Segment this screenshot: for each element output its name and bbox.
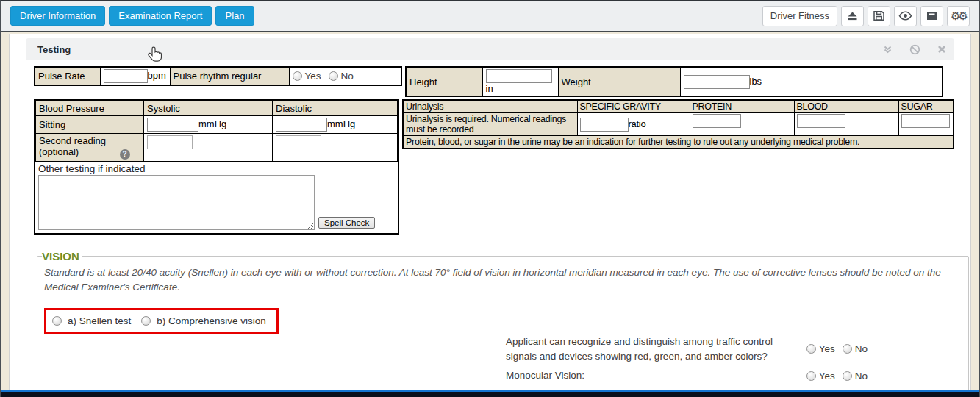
sugar-input[interactable] — [901, 114, 950, 128]
window-bottom-edge — [1, 392, 979, 397]
close-x-icon — [937, 45, 946, 54]
eject-button[interactable] — [841, 6, 864, 26]
toolbar-right-group: Driver Fitness — [762, 6, 970, 26]
specific-gravity-input[interactable] — [580, 118, 629, 132]
help-icon[interactable]: ? — [120, 149, 130, 160]
tab-plan[interactable]: Plan — [215, 6, 254, 26]
settings-button[interactable]: ⚙︎⚙︎ — [947, 6, 970, 26]
pulse-rhythm-label: Pulse rhythm regular — [170, 67, 289, 85]
disable-button[interactable] — [901, 38, 929, 60]
systolic-header: Systolic — [144, 101, 273, 116]
close-button[interactable] — [929, 38, 954, 60]
sitting-label: Sitting — [36, 116, 144, 134]
eject-icon — [846, 10, 859, 22]
collapse-button[interactable] — [875, 38, 901, 60]
content-card: Testing — [9, 34, 971, 390]
weight-label: Weight — [558, 67, 680, 96]
snellen-test-radio[interactable] — [52, 316, 62, 326]
protein-header: PROTEIN — [690, 100, 794, 113]
question-row-traffic-signals: Applicant can recognize and distinguish … — [506, 335, 875, 363]
second-reading-label: Second reading (optional) — [39, 135, 117, 157]
archive-button[interactable] — [920, 6, 943, 26]
weight-input[interactable] — [684, 75, 750, 89]
monocular-no-radio[interactable] — [843, 371, 852, 381]
no-label: No — [855, 343, 868, 354]
urinalysis-required-note: Urinalysis is required. Numerical readin… — [403, 113, 577, 136]
pulse-unit-label: bpm — [148, 70, 166, 81]
blood-header: BLOOD — [794, 100, 898, 113]
second-diastolic-input[interactable] — [276, 135, 321, 149]
urinalysis-footnote: Protein, blood, or sugar in the urine ma… — [403, 136, 954, 149]
pulse-rhythm-yes-radio[interactable] — [293, 71, 302, 81]
other-testing-section: Other testing if indicated Spell Check — [35, 162, 398, 233]
vitals-row: Pulse Rate bpm Pulse rhythm regular YesN… — [34, 66, 954, 97]
testing-panel: Testing — [26, 38, 954, 397]
question-row-monocular: Monocular Vision: YesNo — [506, 368, 875, 383]
pulse-rate-input[interactable] — [104, 69, 148, 83]
yes-label: Yes — [819, 343, 835, 354]
question-label: Applicant can recognize and distinguish … — [506, 335, 806, 363]
diastolic-unit-label: mmHg — [327, 118, 355, 129]
sitting-diastolic-input[interactable] — [276, 118, 327, 132]
traffic-signals-no-radio[interactable] — [843, 344, 852, 354]
testing-panel-header: Testing — [26, 38, 954, 60]
height-weight-table: Height in Weight lbs — [405, 66, 943, 97]
systolic-unit-label: mmHg — [198, 118, 226, 129]
vision-questions: Applicant can recognize and distinguish … — [506, 335, 875, 397]
protein-input[interactable] — [693, 114, 741, 128]
comprehensive-vision-label: b) Comprehensive vision — [157, 315, 266, 326]
vision-test-highlight-box: a) Snellen testb) Comprehensive vision — [44, 308, 279, 334]
save-button[interactable] — [868, 6, 890, 26]
tab-examination-report[interactable]: Examination Report — [109, 6, 212, 26]
pulse-rate-label: Pulse Rate — [35, 67, 100, 85]
spell-check-button[interactable]: Spell Check — [318, 217, 375, 229]
testing-panel-body: Pulse Rate bpm Pulse rhythm regular YesN… — [26, 60, 954, 397]
blood-pressure-title: Blood Pressure — [36, 101, 144, 116]
panel-title: Testing — [37, 44, 71, 55]
panel-header-icons — [875, 38, 954, 60]
comprehensive-vision-radio[interactable] — [141, 316, 151, 326]
monocular-yes-radio[interactable] — [806, 371, 816, 381]
pulse-rhythm-no-label: No — [341, 71, 354, 82]
chevron-double-down-icon — [883, 45, 893, 54]
other-testing-textarea[interactable] — [38, 175, 315, 230]
second-systolic-input[interactable] — [147, 135, 193, 149]
blood-pressure-table: Blood Pressure Systolic Diastolic Sittin… — [35, 101, 398, 162]
urinalysis-table: Urinalysis SPECIFIC GRAVITY PROTEIN BLOO… — [402, 99, 954, 149]
snellen-test-label: a) Snellen test — [68, 315, 131, 326]
specific-gravity-header: SPECIFIC GRAVITY — [577, 100, 690, 113]
vision-legend: VISION — [42, 250, 82, 262]
app-window: Driver Information Examination Report Pl… — [0, 0, 980, 397]
save-icon — [873, 10, 885, 22]
gears-icon: ⚙︎⚙︎ — [951, 10, 966, 23]
height-label: Height — [406, 67, 482, 96]
other-testing-label: Other testing if indicated — [38, 163, 395, 174]
preview-button[interactable] — [894, 6, 917, 26]
height-unit-label: in — [486, 83, 493, 94]
vision-section: VISION Standard is at least 20/40 acuity… — [37, 250, 969, 397]
height-input[interactable] — [486, 69, 552, 83]
yes-label: Yes — [819, 371, 835, 382]
pulse-rhythm-no-radio[interactable] — [329, 71, 338, 81]
sitting-systolic-input[interactable] — [147, 118, 198, 132]
archive-box-icon — [926, 10, 938, 22]
no-label: No — [855, 371, 868, 382]
diastolic-header: Diastolic — [273, 101, 398, 116]
pulse-table: Pulse Rate bpm Pulse rhythm regular YesN… — [34, 66, 402, 86]
weight-unit-label: lbs — [750, 75, 762, 86]
tab-driver-information[interactable]: Driver Information — [10, 6, 105, 26]
question-label: Monocular Vision: — [506, 368, 806, 383]
driver-fitness-button[interactable]: Driver Fitness — [762, 6, 837, 26]
vision-standard-text: Standard is at least 20/40 acuity (Snell… — [44, 265, 952, 296]
sugar-header: SUGAR — [898, 100, 954, 113]
top-toolbar: Driver Information Examination Report Pl… — [1, 1, 979, 32]
blood-input[interactable] — [797, 114, 845, 128]
urinalysis-title: Urinalysis — [403, 100, 577, 113]
pulse-rhythm-yes-label: Yes — [305, 71, 321, 82]
traffic-signals-yes-radio[interactable] — [806, 344, 816, 354]
blood-pressure-container: Blood Pressure Systolic Diastolic Sittin… — [34, 99, 399, 235]
bp-urinalysis-row: Blood Pressure Systolic Diastolic Sittin… — [34, 99, 954, 235]
eye-icon — [898, 10, 912, 22]
circle-slash-icon — [909, 44, 920, 55]
ratio-unit-label: ratio — [629, 118, 646, 129]
